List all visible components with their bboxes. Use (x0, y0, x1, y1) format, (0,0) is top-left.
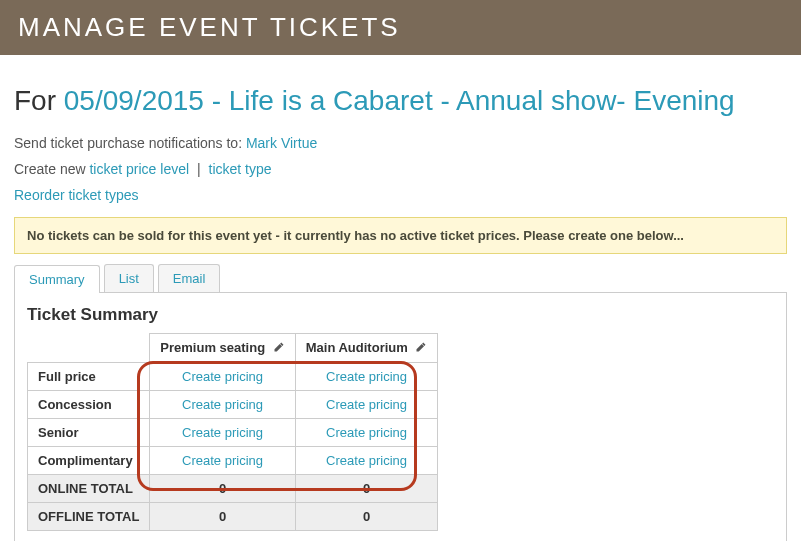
edit-icon[interactable] (415, 341, 427, 356)
tab-email[interactable]: Email (158, 264, 221, 292)
col-header-premium-label: Premium seating (160, 340, 265, 355)
online-total-label: ONLINE TOTAL (28, 475, 150, 503)
tab-list[interactable]: List (104, 264, 154, 292)
online-total-premium: 0 (150, 475, 295, 503)
notifications-line: Send ticket purchase notifications to: M… (14, 135, 787, 151)
create-pricing-link[interactable]: Create pricing (182, 369, 263, 384)
event-title-link[interactable]: 05/09/2015 - Life is a Cabaret - Annual … (64, 85, 735, 116)
offline-total-premium: 0 (150, 503, 295, 531)
notifications-recipient-link[interactable]: Mark Virtue (246, 135, 317, 151)
offline-total-row: OFFLINE TOTAL 0 0 (28, 503, 438, 531)
ticket-summary-table: Premium seating Main Auditorium (27, 333, 438, 531)
table-row: Senior Create pricing Create pricing (28, 419, 438, 447)
create-pricing-link[interactable]: Create pricing (326, 397, 407, 412)
col-header-empty (28, 334, 150, 363)
online-total-main: 0 (295, 475, 438, 503)
row-label: Concession (28, 391, 150, 419)
online-total-row: ONLINE TOTAL 0 0 (28, 475, 438, 503)
create-new-label: Create new (14, 161, 89, 177)
notifications-label: Send ticket purchase notifications to: (14, 135, 246, 151)
row-label: Complimentary (28, 447, 150, 475)
page-title-prefix: For (14, 85, 64, 116)
create-pricing-link[interactable]: Create pricing (182, 397, 263, 412)
panel-title: Ticket Summary (27, 305, 774, 325)
create-pricing-link[interactable]: Create pricing (326, 425, 407, 440)
create-ticket-type-link[interactable]: ticket type (209, 161, 272, 177)
table-row: Complimentary Create pricing Create pric… (28, 447, 438, 475)
page-title: For 05/09/2015 - Life is a Cabaret - Ann… (14, 85, 787, 117)
table-row: Concession Create pricing Create pricing (28, 391, 438, 419)
tabs: Summary List Email (14, 264, 787, 292)
row-label: Full price (28, 363, 150, 391)
create-pricing-link[interactable]: Create pricing (182, 453, 263, 468)
create-new-separator: | (193, 161, 204, 177)
page-header-bar: MANAGE EVENT TICKETS (0, 0, 801, 55)
create-pricing-link[interactable]: Create pricing (326, 453, 407, 468)
tab-panel-summary: Ticket Summary Premium seating Main Audi (14, 292, 787, 541)
create-pricing-link[interactable]: Create pricing (182, 425, 263, 440)
create-price-level-link[interactable]: ticket price level (89, 161, 189, 177)
row-label: Senior (28, 419, 150, 447)
header-title: MANAGE EVENT TICKETS (18, 12, 401, 42)
create-new-line: Create new ticket price level | ticket t… (14, 161, 787, 177)
no-prices-alert: No tickets can be sold for this event ye… (14, 217, 787, 254)
reorder-ticket-types-link[interactable]: Reorder ticket types (14, 187, 139, 203)
col-header-main: Main Auditorium (295, 334, 438, 363)
col-header-premium: Premium seating (150, 334, 295, 363)
edit-icon[interactable] (273, 341, 285, 356)
create-pricing-link[interactable]: Create pricing (326, 369, 407, 384)
offline-total-main: 0 (295, 503, 438, 531)
col-header-main-label: Main Auditorium (306, 340, 408, 355)
reorder-line: Reorder ticket types (14, 187, 787, 203)
tab-summary[interactable]: Summary (14, 265, 100, 293)
table-row: Full price Create pricing Create pricing (28, 363, 438, 391)
offline-total-label: OFFLINE TOTAL (28, 503, 150, 531)
